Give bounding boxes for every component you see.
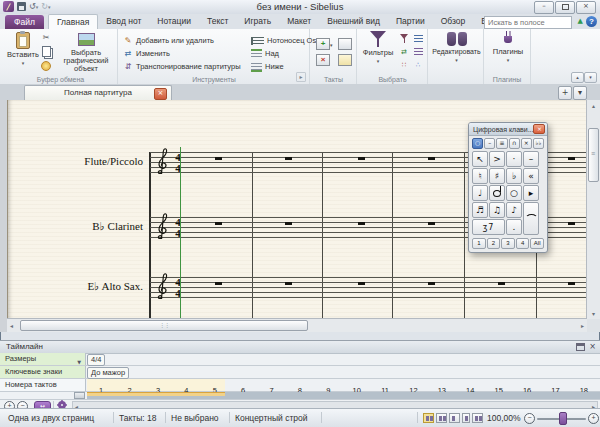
- scroll-up-icon[interactable]: ▴: [587, 102, 600, 109]
- whole-rest[interactable]: [568, 157, 575, 160]
- cut-icon[interactable]: ✂: [40, 32, 52, 43]
- view-spread-icon[interactable]: [436, 413, 447, 423]
- select-more-icon[interactable]: ∴: [412, 59, 424, 70]
- ribbon-tab[interactable]: Играть: [236, 14, 279, 29]
- zoom-slider-thumb[interactable]: [559, 412, 567, 425]
- select-graphic-button[interactable]: Выбрать графический объект: [56, 30, 116, 73]
- grace-note-key[interactable]: «: [523, 168, 539, 184]
- vertical-scrollbar[interactable]: ▴ ▾: [586, 100, 600, 319]
- natural-key[interactable]: ♮: [472, 168, 488, 184]
- staccato-key[interactable]: ·: [506, 151, 522, 167]
- view-horizontal-icon[interactable]: [472, 413, 483, 423]
- filter-edit-icon[interactable]: [398, 33, 410, 44]
- maximize-icon[interactable]: [555, 1, 575, 14]
- voice-button[interactable]: All: [530, 238, 544, 249]
- whole-rest[interactable]: [215, 157, 222, 160]
- row-label[interactable]: Размеры ▼: [0, 353, 86, 365]
- tab-list-button[interactable]: ▾: [573, 86, 587, 100]
- timeline-track[interactable]: [87, 392, 600, 399]
- half-note-key[interactable]: [489, 185, 505, 201]
- instrument-label[interactable]: Flute/Piccolo: [23, 155, 143, 167]
- whole-rest[interactable]: [285, 282, 292, 285]
- ribbon-tab[interactable]: Макет: [279, 14, 319, 29]
- edit-button[interactable]: Редактировать ▾: [429, 30, 484, 64]
- ossia-above-button[interactable]: Над: [251, 48, 279, 59]
- reselect-icon[interactable]: ⇄: [398, 46, 410, 57]
- whole-rest[interactable]: [568, 222, 575, 225]
- timeline-grip[interactable]: [74, 392, 85, 399]
- voice-button[interactable]: 4: [516, 238, 530, 249]
- mouse-cursor-key[interactable]: ↖: [472, 151, 488, 167]
- whole-rest[interactable]: [358, 222, 365, 225]
- keypad-title-bar[interactable]: Цифровая клави... ×: [469, 123, 547, 136]
- vertical-scroll-thumb[interactable]: [588, 128, 599, 182]
- sixteenth-note-key[interactable]: ♫: [489, 202, 505, 218]
- filters-button[interactable]: Фильтры ▾: [361, 30, 395, 65]
- whole-note-key[interactable]: ○: [506, 185, 522, 201]
- highlight-icon[interactable]: [40, 60, 52, 71]
- ribbon-tab[interactable]: Обзор: [433, 14, 474, 29]
- whole-rest[interactable]: [498, 282, 505, 285]
- instrument-label[interactable]: B♭ Clarinet: [23, 220, 143, 233]
- scroll-right-icon[interactable]: ▸: [581, 322, 584, 329]
- delete-bar-button[interactable]: ×: [316, 54, 330, 66]
- deselect-icon[interactable]: ∷: [398, 59, 410, 70]
- rest-key[interactable]: ʒ7: [472, 219, 505, 235]
- horizontal-scrollbar[interactable]: ◂ ▸: [7, 318, 587, 332]
- rhythm-dot-key[interactable]: .: [506, 219, 522, 235]
- flat-key[interactable]: ♭: [506, 168, 522, 184]
- new-tab-button[interactable]: +: [558, 86, 572, 100]
- keypad-layout-tab[interactable]: –: [484, 138, 495, 149]
- tenuto-key[interactable]: –: [523, 151, 539, 167]
- plugins-button[interactable]: Плагины ▾: [488, 30, 528, 64]
- whole-rest[interactable]: [215, 282, 222, 285]
- whole-rest[interactable]: [358, 157, 365, 160]
- keypad-panel[interactable]: Цифровая клави... × ○–≡∩×♭♭ ↖ > · – ♮ ♯ …: [468, 122, 548, 253]
- quarter-note-key[interactable]: ♩: [472, 185, 488, 201]
- bar-count[interactable]: Такты: 18: [119, 413, 157, 423]
- whole-rest[interactable]: [428, 282, 435, 285]
- voice-button[interactable]: 1: [472, 238, 486, 249]
- ribbon-tab[interactable]: Ввод нот: [98, 14, 149, 29]
- whole-rest[interactable]: [285, 157, 292, 160]
- transposing-score-button[interactable]: ⇵ Транспонирование партитуры: [123, 61, 241, 72]
- pin-ribbon-icon[interactable]: ▲: [578, 17, 583, 25]
- keypad-layout-tab[interactable]: ♭♭: [533, 138, 544, 149]
- whole-rest[interactable]: [428, 157, 435, 160]
- voice-button[interactable]: 3: [501, 238, 515, 249]
- scroll-down-icon[interactable]: ▾: [587, 310, 600, 317]
- eighth-note-key[interactable]: ♪: [506, 202, 522, 218]
- keypad-layout-tab[interactable]: ×: [521, 138, 532, 149]
- whole-rest[interactable]: [215, 222, 222, 225]
- tab-file[interactable]: Файл: [5, 15, 44, 29]
- selection-status[interactable]: Не выбрано: [171, 413, 219, 423]
- view-panorama-icon[interactable]: [423, 413, 434, 423]
- accent-key[interactable]: >: [489, 151, 505, 167]
- dock-panel-icon[interactable]: [576, 343, 585, 351]
- keypad-layout-tab[interactable]: ≡: [496, 138, 507, 149]
- paste-button[interactable]: Вставить ▾: [8, 30, 38, 67]
- ribbon-tab[interactable]: Главная: [48, 14, 98, 29]
- horizontal-scroll-thumb[interactable]: [20, 320, 308, 331]
- close-icon[interactable]: ×: [576, 1, 596, 14]
- breve-key[interactable]: ▸: [523, 185, 539, 201]
- concert-pitch-status[interactable]: Концертный строй: [235, 413, 308, 423]
- close-icon[interactable]: ×: [589, 343, 596, 351]
- ribbon-tab[interactable]: Нотации: [149, 14, 199, 29]
- minimize-icon[interactable]: –: [534, 1, 554, 14]
- keypad-layout-tab[interactable]: ∩: [509, 138, 520, 149]
- row-label[interactable]: Ключевые знаки: [0, 366, 86, 378]
- whole-rest[interactable]: [358, 282, 365, 285]
- help-icon[interactable]: ?: [586, 16, 597, 27]
- whole-rest[interactable]: [568, 282, 575, 285]
- ribbon-tab[interactable]: Внешний вид: [319, 14, 388, 29]
- zoom-out-button[interactable]: −: [524, 413, 535, 424]
- search-input[interactable]: [484, 16, 572, 29]
- close-tab-icon[interactable]: ×: [154, 88, 167, 100]
- select-staves-icon[interactable]: [412, 46, 424, 57]
- timeline-page-marker[interactable]: [87, 392, 225, 396]
- keypad-layout-tab[interactable]: ○: [472, 138, 483, 149]
- copy-icon[interactable]: [40, 46, 52, 57]
- join-bars-button[interactable]: [338, 54, 352, 66]
- sharp-key[interactable]: ♯: [489, 168, 505, 184]
